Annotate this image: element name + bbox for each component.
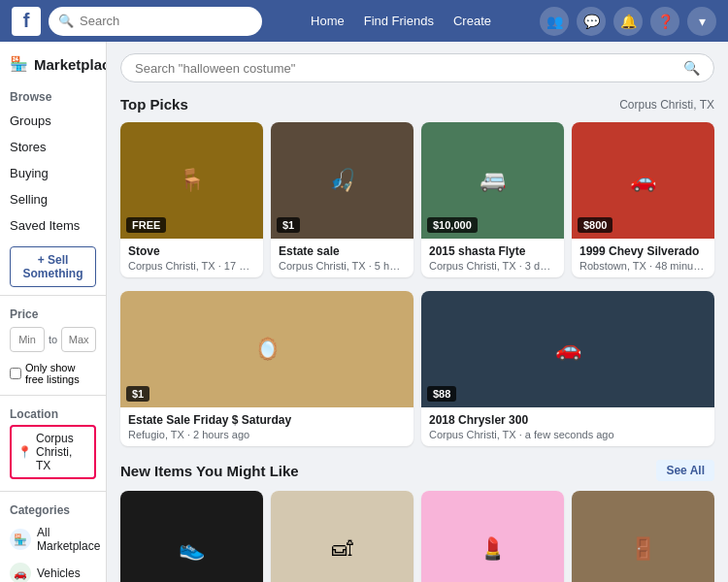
location-value: Corpus Christi, TX (36, 432, 88, 472)
item-price: $88 (427, 386, 456, 402)
new-item-image: 👟 (120, 491, 263, 582)
item-info: Stove Corpus Christi, TX · 17 hours ago (120, 239, 263, 277)
sidebar-cat-item[interactable]: 🚗Vehicles (10, 558, 96, 582)
global-search-bar[interactable]: 🔍 (49, 7, 262, 36)
cat-label: Vehicles (37, 566, 81, 580)
sidebar-item-saved[interactable]: Saved Items (0, 212, 106, 239)
sidebar: 🏪 Marketplace Browse Groups Stores Buyin… (0, 42, 107, 582)
item-location: Corpus Christi, TX · 3 days ago (429, 260, 556, 272)
item-title: 2015 shasta Flyte (429, 244, 556, 258)
item-title: 1999 Chevy Silverado (579, 244, 707, 258)
more-items-grid: 🪞 $1 Estate Sale Friday $ Saturday Refug… (120, 291, 714, 446)
marketplace-search-input[interactable] (135, 61, 683, 76)
new-item-card[interactable]: 🚪 (572, 491, 714, 582)
marketplace-search-icon[interactable]: 🔍 (683, 60, 700, 76)
item-card[interactable]: 🎣 $1 Estate sale Corpus Christi, TX · 5 … (271, 122, 414, 277)
browse-label: Browse (0, 82, 106, 108)
nav-left: f 🔍 (12, 7, 262, 36)
sidebar-item-buying[interactable]: Buying (0, 160, 106, 186)
marketplace-search[interactable]: 🔍 (120, 53, 714, 82)
nav-create[interactable]: Create (453, 14, 491, 28)
messenger-icon-btn[interactable]: 💬 (577, 7, 606, 36)
item-info: 1999 Chevy Silverado Robstown, TX · 48 m… (572, 239, 714, 277)
price-to-label: to (49, 334, 57, 345)
free-listing-input[interactable] (10, 368, 21, 379)
item-info: 2015 shasta Flyte Corpus Christi, TX · 3… (421, 239, 564, 277)
item-price: $1 (126, 386, 149, 402)
item-card[interactable]: 🪞 $1 Estate Sale Friday $ Saturday Refug… (120, 291, 414, 446)
new-items-grid: 👟 🛋 💄 🚪 (120, 491, 714, 582)
price-min-input[interactable] (10, 327, 45, 352)
price-label: Price (10, 307, 96, 321)
item-info: 2018 Chrysler 300 Corpus Christi, TX · a… (421, 407, 714, 446)
nav-home[interactable]: Home (311, 14, 345, 28)
cat-label: All Marketplace (37, 526, 100, 553)
item-image: 🎣 $1 (271, 122, 414, 239)
divider-1 (0, 295, 106, 296)
nav-center: Home Find Friends Create (311, 14, 491, 28)
sidebar-item-groups[interactable]: Groups (0, 108, 106, 134)
sidebar-title: Marketplace (34, 56, 107, 73)
location-box[interactable]: 📍 Corpus Christi, TX (10, 425, 96, 479)
item-price: $1 (277, 217, 300, 233)
item-location: Corpus Christi, TX · 17 hours ago (128, 260, 255, 272)
sidebar-cat-item[interactable]: 🏪All Marketplace (10, 521, 96, 558)
item-title: Estate sale (279, 244, 406, 258)
location-pin-icon: 📍 (17, 445, 32, 459)
new-items-header: New Items You Might Like See All (120, 460, 714, 481)
free-listing-checkbox[interactable]: Only show free listings (0, 358, 106, 389)
item-info: Estate Sale Friday $ Saturday Refugio, T… (120, 407, 414, 446)
item-card[interactable]: 🚐 $10,000 2015 shasta Flyte Corpus Chris… (421, 122, 564, 277)
new-item-image: 💄 (421, 491, 564, 582)
dropdown-icon-btn[interactable]: ▾ (687, 7, 716, 36)
new-item-image: 🛋 (271, 491, 414, 582)
item-title: Stove (128, 244, 255, 258)
item-price: $10,000 (427, 217, 478, 233)
facebook-logo: f (12, 7, 41, 36)
item-price: $800 (578, 217, 612, 233)
search-icon: 🔍 (58, 14, 74, 28)
bell-icon-btn[interactable]: 🔔 (613, 7, 643, 36)
global-search-input[interactable] (80, 14, 245, 28)
categories-label: Categories (10, 503, 96, 517)
item-card[interactable]: 🚗 $88 2018 Chrysler 300 Corpus Christi, … (421, 291, 714, 446)
price-max-input[interactable] (61, 327, 96, 352)
item-location: Corpus Christi, TX · 5 hours ago (279, 260, 406, 272)
divider-2 (0, 395, 106, 396)
sidebar-header: 🏪 Marketplace (0, 42, 106, 82)
new-item-image: 🚪 (572, 491, 714, 582)
main-content: 🔍 Top Picks Corpus Christi, TX 🪑 FREE St… (107, 42, 728, 582)
nav-right: 👥 💬 🔔 ❓ ▾ (540, 7, 716, 36)
item-location: Refugio, TX · 2 hours ago (128, 429, 406, 440)
item-image: 🚗 $88 (421, 291, 714, 407)
top-picks-location: Corpus Christi, TX (619, 98, 714, 112)
help-icon-btn[interactable]: ❓ (650, 7, 679, 36)
new-item-card[interactable]: 💄 (421, 491, 564, 582)
nav-find-friends[interactable]: Find Friends (364, 14, 434, 28)
item-image: 🚐 $10,000 (421, 122, 564, 239)
sell-something-button[interactable]: + Sell Something (10, 246, 96, 287)
main-layout: 🏪 Marketplace Browse Groups Stores Buyin… (0, 42, 728, 582)
top-picks-header: Top Picks Corpus Christi, TX (120, 96, 714, 113)
item-image: 🪑 FREE (120, 122, 263, 239)
price-section: Price to (0, 302, 106, 358)
item-info: Estate sale Corpus Christi, TX · 5 hours… (271, 239, 414, 277)
location-label: Location (10, 407, 96, 421)
divider-3 (0, 491, 106, 492)
item-location: Corpus Christi, TX · a few seconds ago (429, 429, 707, 440)
sidebar-item-selling[interactable]: Selling (0, 186, 106, 212)
people-icon-btn[interactable]: 👥 (540, 7, 569, 36)
item-price: FREE (126, 217, 166, 233)
top-picks-title: Top Picks (120, 96, 188, 113)
item-card[interactable]: 🪑 FREE Stove Corpus Christi, TX · 17 hou… (120, 122, 263, 277)
see-all-button[interactable]: See All (656, 460, 714, 481)
marketplace-icon: 🏪 (10, 53, 28, 75)
free-listing-label: Only show free listings (25, 362, 96, 385)
item-image: 🚗 $800 (572, 122, 714, 239)
new-item-card[interactable]: 👟 (120, 491, 263, 582)
new-item-card[interactable]: 🛋 (271, 491, 414, 582)
new-items-title: New Items You Might Like (120, 463, 299, 479)
item-card[interactable]: 🚗 $800 1999 Chevy Silverado Robstown, TX… (572, 122, 714, 277)
categories-section: Categories 🏪All Marketplace🚗Vehicles🏠Hom… (0, 498, 106, 582)
sidebar-item-stores[interactable]: Stores (0, 134, 106, 160)
